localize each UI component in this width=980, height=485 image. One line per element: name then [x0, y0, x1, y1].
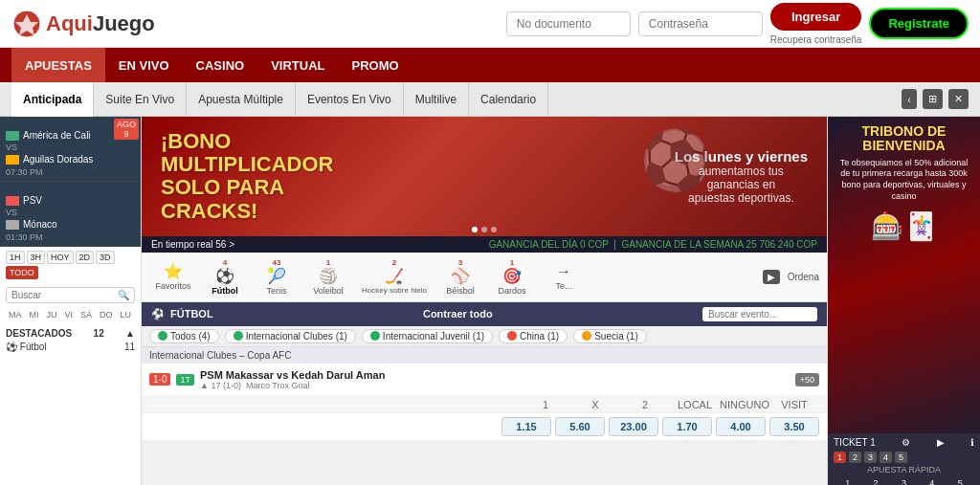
flag-mon [6, 220, 19, 230]
voleibol-icon: 🏐 [319, 267, 338, 285]
password-input[interactable] [638, 11, 763, 36]
beisbol-count: 3 [458, 258, 462, 267]
apuesta-1[interactable]: 1 [845, 478, 850, 485]
ticket-num-2[interactable]: 2 [849, 452, 861, 463]
destacados-header: DESTACADOS 12 ▲ [6, 326, 135, 341]
nav-close-button[interactable]: ✕ [948, 89, 969, 109]
banner-dot-3[interactable] [491, 227, 497, 232]
day-lu[interactable]: LU [118, 309, 135, 320]
banner-dot-2[interactable] [481, 227, 487, 232]
cat-dardos[interactable]: 1 🎯 Dardos [488, 256, 536, 298]
cat-hockey[interactable]: 2 🏒 Hockey sobre hielo [356, 256, 433, 297]
filter-2d[interactable]: 2D [76, 251, 95, 264]
odds-header-2: 2 [620, 399, 670, 410]
nav-en-vivo[interactable]: EN VIVO [105, 48, 183, 82]
settings-icon[interactable]: ⚙ [902, 437, 910, 448]
odds-header-local: LOCAL [670, 399, 720, 410]
destacados-futbol[interactable]: ⚽ Fútbol 11 [6, 341, 135, 353]
nav-apuestas[interactable]: APUESTAS [11, 48, 105, 82]
filter-3d[interactable]: 3D [96, 251, 115, 264]
filter-intl-clubes[interactable]: Internacional Clubes (1) [225, 329, 356, 343]
banner-footer: En tiempo real 56 > GANANCIA DEL DÍA 0 C… [142, 236, 827, 253]
filter-1h[interactable]: 1H [6, 251, 25, 264]
day-do[interactable]: DO [97, 309, 116, 320]
day-vi[interactable]: VI [62, 309, 77, 320]
filter-suecia[interactable]: Suecia (1) [573, 329, 647, 343]
nav-grid-button[interactable]: ⊞ [923, 89, 943, 109]
odds-header-row: 1 X 2 LOCAL NINGUNO VISIT [142, 397, 827, 413]
ingresar-button[interactable]: Ingresar [770, 3, 862, 31]
ticket-num-4[interactable]: 4 [880, 452, 892, 463]
tab-eventos-en-vivo[interactable]: Eventos En Vivo [296, 82, 404, 117]
cat-beisbol-label: Béisbol [446, 286, 475, 296]
nav-virtual[interactable]: VIRTUAL [257, 48, 338, 82]
logo-text-aqui: Aqui [46, 11, 93, 36]
cat-voleibol[interactable]: 1 🏐 Voleibol [304, 256, 352, 298]
league-search-input[interactable] [702, 307, 817, 321]
search-icon: 🔍 [118, 290, 129, 300]
collapse-label[interactable]: Contraer todo [423, 308, 493, 320]
apuesta-5[interactable]: 5 [958, 478, 963, 485]
dest-futbol-count: 11 [124, 342, 135, 352]
cat-beisbol[interactable]: 3 ⚾ Béisbol [436, 256, 484, 298]
odds-local[interactable]: 1.70 [662, 417, 712, 436]
more-odds-button[interactable]: +50 [795, 373, 819, 386]
apuesta-2[interactable]: 2 [874, 478, 879, 485]
day-mi[interactable]: MI [27, 309, 42, 320]
ticket-arrow-icon[interactable]: ▶ [937, 437, 945, 448]
ticket-num-3[interactable]: 3 [864, 452, 877, 463]
odds-x[interactable]: 5.60 [555, 417, 605, 436]
cat-futbol[interactable]: 4 ⚽ Fútbol [201, 256, 249, 298]
nav-prev-button[interactable]: ‹ [902, 89, 917, 109]
apuesta-3[interactable]: 3 [902, 478, 906, 485]
banner-dot-1[interactable] [472, 227, 478, 232]
match-league-name: Internacional Clubes – Copa AFC [149, 350, 291, 361]
tab-multilive[interactable]: Multilive [404, 82, 469, 117]
filter-3h[interactable]: 3H [27, 251, 46, 264]
search-box: 🔍 [6, 287, 135, 303]
ticket-num-5[interactable]: 5 [895, 452, 907, 463]
day-ju[interactable]: JU [44, 309, 60, 320]
day-ma[interactable]: MA [6, 309, 25, 320]
filter-hoy[interactable]: HOY [47, 251, 74, 264]
odds-ninguno[interactable]: 4.00 [716, 417, 766, 436]
tab-suite-en-vivo[interactable]: Suite En Vivo [94, 82, 187, 117]
nav-bar: APUESTAS EN VIVO CASINO VIRTUAL PROMO [0, 48, 980, 82]
nav-casino[interactable]: CASINO [183, 48, 258, 82]
event-card-1[interactable]: AGO 9 América de Cali VS Aguilas Doradas… [0, 117, 141, 182]
intl-clubes-dot [234, 331, 243, 341]
ticket-num-1[interactable]: 1 [834, 452, 846, 463]
cat-right-arrow[interactable]: ▶ [763, 270, 780, 284]
banner: ¡BONO MULTIPLICADOR SOLO PARA CRACKS! ⚽ … [142, 117, 827, 236]
event-card-2[interactable]: PSV VS Mónaco 01:30 PM [0, 182, 141, 247]
ticket-info-icon[interactable]: ℹ [970, 437, 974, 448]
vs-label: VS [6, 143, 135, 152]
filter-china[interactable]: China (1) [499, 329, 568, 343]
nav-promo[interactable]: PROMO [338, 48, 412, 82]
recover-link[interactable]: Recupera contraseña [770, 34, 862, 45]
tab-apuesta-multiple[interactable]: Apuesta Múltiple [187, 82, 296, 117]
odds-1[interactable]: 1.15 [501, 417, 551, 436]
ticket-section: TICKET 1 ⚙ ▶ ℹ 1 2 3 4 5 APUESTA RÁPIDA … [828, 433, 980, 485]
filter-intl-juvenil[interactable]: Internacional Juvenil (1) [362, 329, 493, 343]
beisbol-icon: ⚾ [451, 267, 470, 285]
tab-anticipada[interactable]: Anticipada [11, 82, 94, 117]
day-sa[interactable]: SÁ [78, 309, 95, 320]
document-input[interactable] [506, 11, 631, 36]
banner-live-count[interactable]: En tiempo real 56 > [151, 239, 234, 250]
cat-tenis[interactable]: 43 🎾 Tenis [253, 256, 301, 298]
apuesta-4[interactable]: 4 [929, 478, 934, 485]
destacados-expand[interactable]: ▲ [125, 328, 135, 339]
header: AquiJuego Ingresar Recupera contraseña R… [0, 0, 980, 48]
search-input[interactable] [11, 290, 118, 300]
cat-more[interactable]: → Te... [540, 261, 588, 293]
registrate-button[interactable]: Registrate [869, 8, 969, 39]
filter-todo[interactable]: TODO [6, 266, 38, 279]
filter-todos[interactable]: Todos (4) [149, 329, 219, 343]
left-sidebar: AGO 9 América de Cali VS Aguilas Doradas… [0, 117, 142, 485]
odds-visit[interactable]: 3.50 [769, 417, 819, 436]
tab-calendario[interactable]: Calendario [469, 82, 548, 117]
odds-2[interactable]: 23.00 [609, 417, 658, 436]
cat-favoritos[interactable]: ⭐ Favoritos [149, 260, 197, 293]
cat-order-label[interactable]: Ordena [788, 272, 819, 282]
